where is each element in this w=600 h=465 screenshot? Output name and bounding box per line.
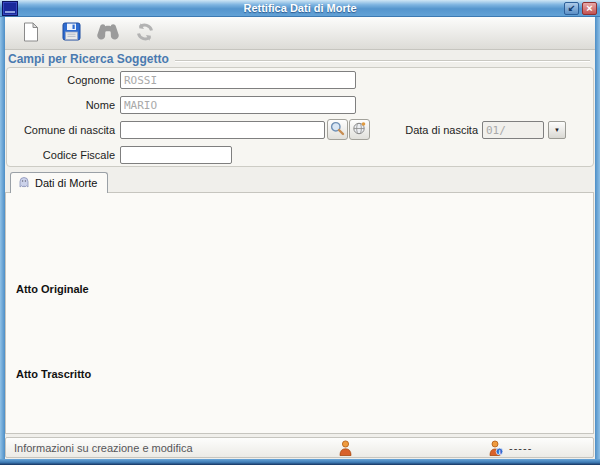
comune-nascita-input[interactable]: [120, 121, 325, 139]
statusbar: Informazioni su creazione e modifica i -…: [5, 437, 594, 458]
section-header-label: Campi per Ricerca Soggetto: [8, 52, 169, 66]
dropdown-icon: ▼: [554, 127, 560, 133]
new-document-icon: [22, 22, 40, 45]
restore-button[interactable]: ↙: [564, 2, 579, 15]
person-icon: [339, 444, 352, 459]
person-info-icon: i: [489, 444, 504, 459]
comune-nascita-label: Comune di nascita: [8, 124, 115, 136]
section-header-ricerca: Campi per Ricerca Soggetto: [8, 52, 590, 66]
window-title: Rettifica Dati di Morte: [0, 2, 600, 14]
section-divider: [175, 60, 590, 62]
dati-morte-panel: [5, 192, 594, 434]
nome-label: Nome: [8, 99, 115, 111]
toolbar: [5, 17, 595, 50]
window-border-bottom: [0, 459, 600, 465]
search-records-button[interactable]: [95, 20, 121, 46]
svg-text:i: i: [498, 449, 500, 455]
atto-trascritto-title: Atto Trascritto: [12, 368, 95, 380]
comune-nascita-search-button[interactable]: [327, 119, 348, 140]
modifier-value: -----: [509, 442, 532, 454]
close-icon: ×: [586, 3, 592, 14]
window: Rettifica Dati di Morte ↙ ×: [0, 0, 600, 465]
data-nascita-label: Data di nascita: [395, 124, 478, 136]
atto-originale-title: Atto Originale: [12, 283, 93, 295]
modifier-info-button[interactable]: i: [489, 440, 504, 459]
binoculars-icon: [96, 23, 120, 43]
restore-icon: ↙: [568, 4, 576, 13]
tab-dati-di-morte[interactable]: Dati di Morte: [10, 172, 108, 193]
data-nascita-input[interactable]: [482, 121, 544, 139]
ghost-icon: [18, 176, 30, 190]
titlebar: Rettifica Dati di Morte ↙ ×: [0, 0, 600, 17]
new-record-button[interactable]: [18, 20, 44, 46]
search-icon: [330, 121, 345, 139]
data-nascita-dropdown-button[interactable]: ▼: [548, 121, 566, 139]
refresh-icon: [135, 22, 155, 45]
statusbar-info-text: Informazioni su creazione e modifica: [14, 442, 193, 454]
nome-input[interactable]: [120, 96, 356, 114]
creator-info-button[interactable]: [339, 440, 352, 459]
cognome-input[interactable]: [120, 71, 356, 89]
comune-nascita-globe-button[interactable]: [349, 119, 370, 140]
tab-label: Dati di Morte: [35, 177, 97, 189]
window-border-right: [595, 17, 600, 459]
close-button[interactable]: ×: [582, 2, 597, 15]
refresh-button[interactable]: [132, 20, 158, 46]
save-button[interactable]: [58, 20, 84, 46]
codice-fiscale-input[interactable]: [120, 146, 232, 164]
globe-icon: [352, 121, 367, 139]
save-icon: [62, 22, 81, 44]
codice-fiscale-label: Codice Fiscale: [8, 149, 115, 161]
cognome-label: Cognome: [8, 74, 115, 86]
